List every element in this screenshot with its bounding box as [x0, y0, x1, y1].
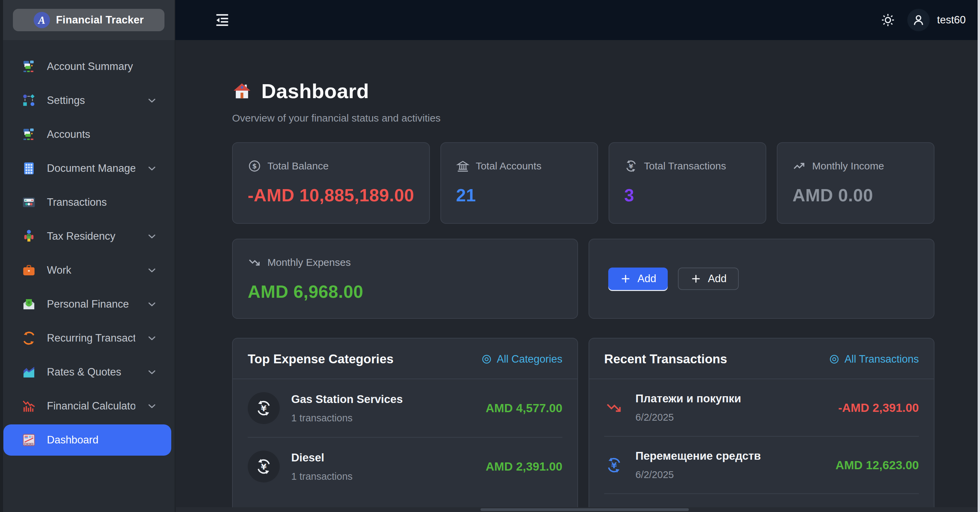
divider — [604, 493, 919, 494]
app-logo-icon: A — [33, 12, 50, 28]
target-icon — [829, 354, 840, 365]
add-primary-button[interactable]: Add — [608, 268, 668, 290]
accounts-icon — [22, 59, 36, 74]
stats-grid: Total Balance -AMD 10,885,189.00 Total A… — [232, 142, 934, 224]
quick-actions-card: Add Add — [589, 239, 934, 319]
currency-exchange-icon — [248, 392, 280, 424]
stat-label: Monthly Expenses — [267, 257, 351, 268]
category-amount: AMD 4,577.00 — [485, 401, 562, 415]
briefcase-icon — [22, 263, 36, 277]
sidebar-nav: Account Summary Settings Accounts Docume… — [0, 40, 175, 456]
money-envelope-icon — [22, 297, 36, 311]
currency-exchange-icon — [248, 450, 280, 482]
transaction-name: Платежи и покупки — [635, 392, 827, 405]
all-categories-link[interactable]: All Categories — [481, 353, 562, 365]
workflow-icon — [22, 94, 36, 108]
sidebar-item-document-management[interactable]: Document Management — [0, 151, 175, 185]
sidebar-item-accounts[interactable]: Accounts — [0, 117, 175, 151]
currency-exchange-icon — [624, 159, 638, 173]
stat-value: -AMD 10,885,189.00 — [248, 185, 414, 205]
target-icon — [481, 354, 492, 365]
chevron-down-icon — [146, 95, 158, 106]
row3-grid: Top Expense Categories All Categories Ga… — [232, 338, 934, 512]
app-root: A Financial Tracker Account Summary Sett… — [0, 0, 980, 512]
plus-icon — [690, 273, 702, 285]
chevron-down-icon — [146, 265, 158, 276]
bank-icon — [456, 159, 469, 173]
transaction-amount: AMD 12,623.00 — [835, 458, 919, 472]
sidebar-item-personal-finance[interactable]: Personal Finance — [0, 287, 175, 321]
refresh-icon — [22, 331, 36, 345]
sidebar-item-financial-calculators[interactable]: Financial Calculators — [0, 389, 175, 423]
transaction-row[interactable]: Платежи и покупки 6/2/2025 -AMD 2,391.00 — [589, 379, 934, 436]
all-transactions-link[interactable]: All Transactions — [829, 353, 919, 365]
stat-card-total-balance: Total Balance -AMD 10,885,189.00 — [232, 142, 430, 224]
category-row[interactable]: Gas Station Services 1 transactions AMD … — [233, 379, 578, 437]
row2-grid: Monthly Expenses AMD 6,968.00 Add Add — [232, 239, 934, 319]
recent-transactions-card: Recent Transactions All Transactions Пла… — [589, 338, 934, 512]
sidebar-item-account-summary[interactable]: Account Summary — [0, 49, 175, 84]
username: test60 — [937, 14, 966, 26]
card-title: Top Expense Categories — [248, 352, 393, 366]
add-secondary-button[interactable]: Add — [678, 268, 739, 290]
chevron-down-icon — [146, 332, 158, 344]
browser-icon — [22, 195, 36, 209]
transaction-amount: -AMD 2,391.00 — [838, 401, 919, 415]
stat-card-monthly-income: Monthly Income AMD 0.00 — [777, 142, 934, 224]
stat-label: Monthly Income — [812, 160, 884, 172]
transaction-date: 6/2/2025 — [635, 412, 827, 423]
main-content: Dashboard Overview of your financial sta… — [175, 40, 980, 512]
sidebar-item-work[interactable]: Work — [0, 253, 175, 287]
content-column: test60 Dashboard Overview of your financ… — [175, 0, 980, 512]
stat-label: Total Transactions — [644, 160, 726, 172]
stat-value: AMD 0.00 — [792, 185, 919, 205]
topbar-right: test60 — [880, 9, 966, 31]
sidebar-item-recurring-transactions[interactable]: Recurring Transactions — [0, 321, 175, 355]
sidebar-item-dashboard[interactable]: Dashboard — [3, 425, 171, 456]
trend-up-icon — [792, 159, 806, 173]
stat-label: Total Balance — [267, 160, 329, 172]
dashboard-icon — [22, 433, 36, 447]
category-meta: 1 transactions — [291, 412, 474, 424]
sidebar-item-rates-quotes[interactable]: Rates & Quotes — [0, 355, 175, 389]
stat-card-monthly-expenses: Monthly Expenses AMD 6,968.00 — [232, 239, 578, 319]
vertical-scrollbar[interactable] — [978, 0, 980, 512]
grid-building-icon — [22, 161, 36, 176]
card-title: Recent Transactions — [604, 352, 727, 366]
category-name: Gas Station Services — [291, 393, 474, 406]
sidebar-item-settings[interactable]: Settings — [0, 84, 175, 117]
sidebar-collapse-button[interactable] — [213, 11, 231, 29]
declining-chart-icon — [22, 399, 36, 413]
category-name: Diesel — [291, 451, 474, 464]
theme-toggle-button[interactable] — [880, 12, 896, 28]
transaction-name: Перемещение средств — [635, 450, 824, 463]
stat-value: 21 — [456, 185, 582, 205]
horizontal-scrollbar[interactable] — [176, 507, 977, 512]
trend-down-icon — [604, 398, 624, 418]
chevron-down-icon — [146, 298, 158, 310]
stat-card-total-transactions: Total Transactions 3 — [609, 142, 766, 224]
person-icon — [22, 229, 36, 243]
sidebar: A Financial Tracker Account Summary Sett… — [0, 0, 175, 512]
horizontal-scrollbar-thumb[interactable] — [480, 508, 689, 511]
app-title: Financial Tracker — [56, 14, 144, 26]
chevron-down-icon — [146, 366, 158, 378]
accounts-icon — [22, 127, 36, 141]
transaction-row[interactable]: Перемещение средств 6/2/2025 AMD 12,623.… — [589, 437, 934, 493]
chevron-down-icon — [146, 400, 158, 412]
user-menu[interactable]: test60 — [907, 9, 966, 31]
sidebar-item-transactions[interactable]: Transactions — [0, 185, 175, 219]
stat-label: Total Accounts — [476, 160, 541, 172]
sidebar-item-tax-residency[interactable]: Tax Residency — [0, 219, 175, 253]
sidebar-scrollbar[interactable] — [0, 0, 3, 512]
currency-exchange-icon — [604, 455, 624, 475]
stat-value: 3 — [624, 185, 751, 205]
area-chart-icon — [22, 365, 36, 379]
page-header: Dashboard — [232, 79, 934, 103]
category-row[interactable]: Diesel 1 transactions AMD 2,391.00 — [233, 437, 578, 495]
stat-card-total-accounts: Total Accounts 21 — [441, 142, 598, 224]
topbar: test60 — [175, 0, 980, 40]
chevron-down-icon — [146, 231, 158, 242]
sidebar-header: A Financial Tracker — [0, 0, 175, 40]
app-logo[interactable]: A Financial Tracker — [13, 9, 164, 31]
